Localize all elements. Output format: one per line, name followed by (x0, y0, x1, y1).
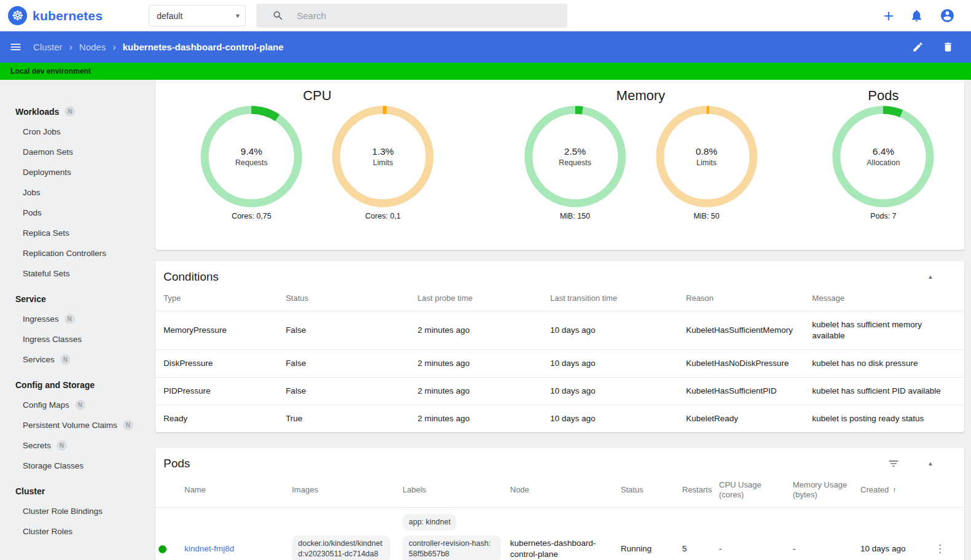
breadcrumb-link-nodes[interactable]: Nodes (79, 42, 106, 52)
sidebar-item-cron-jobs[interactable]: Cron Jobs (0, 122, 152, 142)
col-images: Images (292, 476, 403, 508)
sidebar-item-daemon-sets[interactable]: Daemon Sets (0, 142, 152, 162)
new-badge: N (57, 440, 67, 451)
sidebar-header-service[interactable]: Service (0, 289, 152, 309)
sidebar-header-cluster[interactable]: Cluster (0, 481, 152, 501)
gauge-value: 2.5% (564, 146, 586, 157)
pods-metric-group: Pods 6.4% Allocation (803, 80, 964, 250)
sidebar-item-label: Persistent Volume Claims (23, 421, 117, 430)
collapse-arrow-icon[interactable]: ▲ (927, 461, 934, 467)
sidebar-item-label: Pods (23, 208, 42, 217)
edit-pencil-icon[interactable] (912, 41, 924, 53)
conditions-title: Conditions (163, 270, 219, 284)
cpu-limits-gauge: 1.3% Limits Cores: 0,1 (332, 106, 434, 220)
memory-metric-group: Memory 2.5% Requests (479, 80, 802, 250)
col-status-dot (155, 476, 184, 508)
new-badge: N (75, 400, 85, 410)
chevron-right-icon: › (112, 42, 116, 53)
cell-message: kubelet has no disk pressure (812, 350, 964, 378)
sidebar-item-pods[interactable]: Pods (0, 203, 152, 223)
pods-allocation-gauge: 6.4% Allocation Pods: 7 (832, 106, 934, 220)
chevron-right-icon: › (69, 42, 73, 53)
pod-name-link[interactable]: kindnet-fmj8d (184, 544, 234, 553)
sidebar-header-config-and-storage[interactable]: Config and Storage (0, 375, 152, 395)
filter-icon[interactable] (887, 457, 900, 470)
cell-last-probe: 2 minutes ago (417, 405, 550, 433)
sidebar-item-cluster-role-bindings[interactable]: Cluster Role Bindings (0, 501, 152, 521)
collapse-arrow-icon[interactable]: ▲ (927, 274, 934, 280)
sidebar-item-jobs[interactable]: Jobs (0, 182, 152, 203)
delete-trash-icon[interactable] (942, 41, 954, 53)
create-resource-button[interactable]: + (884, 7, 894, 25)
sidebar-item-config-maps[interactable]: Config Maps N (0, 395, 152, 415)
conditions-card: Conditions ▲ Type Status Last probe time… (155, 261, 964, 432)
gauge-footer: MiB: 50 (693, 212, 719, 220)
kubernetes-logo[interactable]: ☸ kubernetes (0, 6, 149, 25)
new-badge: N (65, 106, 75, 117)
sidebar-item-services[interactable]: Services N (0, 349, 152, 370)
allocation-metrics-card: CPU 9.4% Requests (155, 80, 964, 250)
sidebar-item-secrets[interactable]: Secrets N (0, 435, 152, 456)
caret-down-icon: ▾ (235, 11, 240, 20)
sidebar-item-deployments[interactable]: Deployments (0, 162, 152, 182)
cell-pod-restarts: 5 (682, 508, 719, 560)
cell-status: False (286, 378, 418, 405)
account-circle-icon[interactable] (940, 8, 955, 23)
sidebar-item-label: Config Maps (23, 400, 69, 410)
sidebar-header-label: Workloads (15, 107, 59, 117)
menu-hamburger-icon[interactable] (9, 41, 22, 53)
new-badge: N (60, 354, 71, 365)
sidebar-header-label: Service (15, 294, 46, 304)
sidebar-item-replica-sets[interactable]: Replica Sets (0, 223, 152, 243)
top-app-bar: ☸ kubernetes default ▾ + (0, 0, 971, 31)
pods-table: Name Images Labels Node Status Restarts … (155, 476, 964, 560)
cell-status: False (286, 311, 418, 350)
new-badge: N (123, 420, 133, 430)
cell-status: False (286, 350, 418, 378)
sidebar-item-persistent-volume-claims[interactable]: Persistent Volume Claims N (0, 415, 152, 435)
col-last-transition-time: Last transition time (550, 290, 686, 311)
sidebar-item-label: Storage Classes (23, 461, 84, 470)
sidebar-item-storage-classes[interactable]: Storage Classes (0, 456, 152, 476)
sidebar-item-ingress-classes[interactable]: Ingress Classes (0, 329, 152, 349)
cell-pod-labels: app: kindnet controller-revision-hash: 5… (403, 508, 510, 560)
cell-reason: KubeletHasSufficientMemory (686, 311, 812, 350)
pods-header-row: Name Images Labels Node Status Restarts … (155, 476, 964, 508)
gauge-label: Limits (373, 158, 393, 167)
sidebar-header-workloads[interactable]: Workloads N (0, 101, 152, 122)
col-created-sort[interactable]: Created↑ (860, 476, 925, 508)
cell-last-probe: 2 minutes ago (417, 378, 550, 405)
cpu-requests-gauge: 9.4% Requests Cores: 0,75 (200, 106, 302, 220)
kubernetes-wordmark: kubernetes (33, 9, 103, 23)
col-created-label: Created (860, 485, 889, 494)
sort-ascending-icon: ↑ (892, 485, 897, 494)
cell-pod-created: 10 days ago (860, 508, 925, 560)
col-last-probe-time: Last probe time (417, 290, 550, 311)
row-overflow-menu-icon[interactable]: ⋮ (925, 508, 964, 560)
search-input[interactable] (297, 10, 530, 21)
sidebar-item-label: Services (23, 355, 55, 364)
col-row-menu (925, 476, 964, 508)
sidebar-item-ingresses[interactable]: Ingresses N (0, 309, 152, 329)
sidebar-item-label: Daemon Sets (23, 147, 73, 157)
sidebar-item-cluster-roles[interactable]: Cluster Roles (0, 521, 152, 542)
sidebar-header-label: Config and Storage (15, 380, 95, 390)
breadcrumb-current-node: kubernetes-dashboard-control-plane (123, 42, 284, 52)
cell-type: MemoryPressure (155, 311, 286, 350)
sidebar-item-replication-controllers[interactable]: Replication Controllers (0, 243, 152, 263)
pods-allocation-title: Pods (868, 88, 898, 104)
search-box[interactable] (256, 4, 567, 28)
sidebar-item-stateful-sets[interactable]: Stateful Sets (0, 263, 152, 284)
new-badge: N (65, 314, 75, 324)
cell-last-probe: 2 minutes ago (417, 350, 550, 378)
sidebar-item-label: Cluster Role Bindings (23, 507, 103, 516)
cell-reason: KubeletHasSufficientPID (686, 378, 812, 405)
breadcrumb-link-cluster[interactable]: Cluster (33, 42, 63, 52)
sidebar-item-label: Cluster Roles (23, 527, 73, 536)
cell-pod-node: kubernetes-dashboard-control-plane (510, 508, 621, 560)
image-chip: docker.io/kindest/kindnetd:v20230511-dc7… (292, 535, 390, 560)
cpu-title: CPU (303, 88, 331, 104)
col-message: Message (812, 290, 964, 311)
namespace-select[interactable]: default ▾ (149, 5, 246, 26)
notifications-bell-icon[interactable] (910, 9, 924, 23)
